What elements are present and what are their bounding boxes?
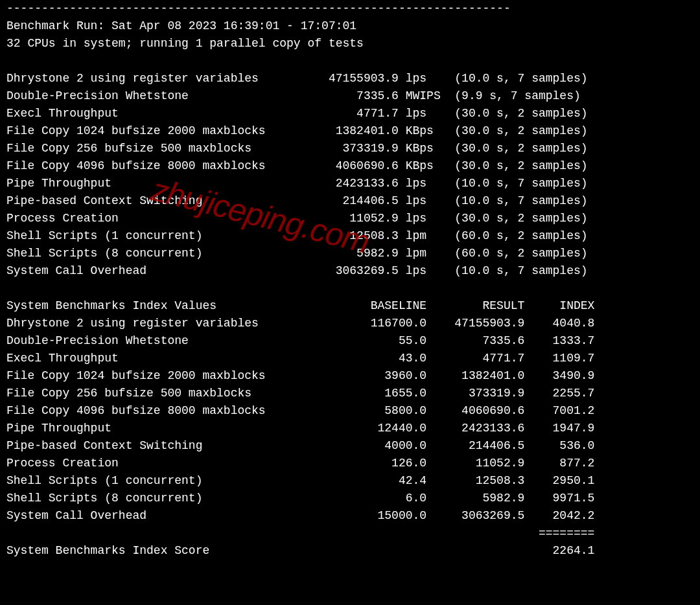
divider-line: ----------------------------------------…	[6, 2, 511, 15]
cpu-info-line: 32 CPUs in system; running 1 parallel co…	[6, 37, 364, 50]
terminal-output: ----------------------------------------…	[0, 0, 700, 560]
benchmark-run-line: Benchmark Run: Sat Apr 08 2023 16:39:01 …	[6, 19, 356, 32]
index-table: System Benchmarks Index Values BASELINE …	[6, 299, 594, 540]
score-line: System Benchmarks Index Score 2264.1	[6, 544, 594, 557]
results-table: Dhrystone 2 using register variables 471…	[6, 72, 588, 277]
